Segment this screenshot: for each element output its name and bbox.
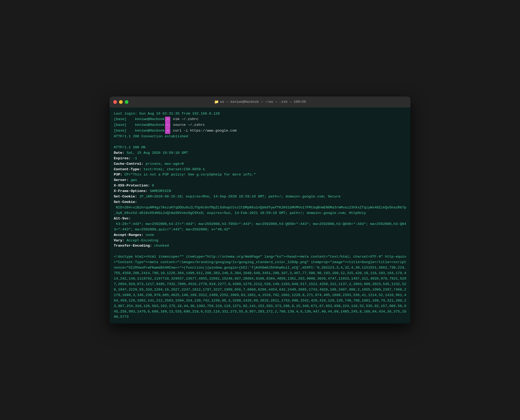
html-content-line: <!doctype html><html itemscope="" itemty…	[114, 254, 406, 320]
header-altsvc: Alt-Svc: h3-29=":443"; ma=2592000,h3-27=…	[114, 216, 406, 232]
header-cache: Cache-Control: private, max-age=0	[114, 161, 406, 167]
minimize-button[interactable]	[119, 100, 123, 104]
terminal-body[interactable]: Last login: Sun Aug 16 02:31:35 from 192…	[110, 107, 410, 324]
header-cookie2: Set-Cookie: NID=204=slBzhrquHM4gz7AszoKf…	[114, 200, 406, 216]
folder-icon: 📁	[214, 100, 219, 104]
prompt-badge-1: ~	[165, 117, 170, 122]
close-button[interactable]	[113, 100, 117, 104]
header-te: Transfer-Encoding: chunked	[114, 243, 406, 249]
header-p3p: P3P: CP="This is not a P3P policy! See g…	[114, 172, 406, 178]
header-server: Server: gws	[114, 178, 406, 183]
header-cookie1: Set-Cookie: 1P_JAR=2020-08-15-18; expire…	[114, 194, 406, 200]
http-ok-line: HTTP/1.1 200 OK	[114, 145, 406, 150]
prompt-badge-3: ~	[165, 128, 170, 134]
header-date: Date: Sat, 15 Aug 2020 18:59:10 GMT	[114, 150, 406, 156]
header-expires: Expires: -1	[114, 156, 406, 161]
login-line: Last login: Sun Aug 16 02:31:35 from 192…	[114, 111, 406, 117]
prompt-line-1: [base] keniwo@Hacbook ~ vim ~/.zshrc	[114, 117, 406, 122]
prompt-line-2: [base] keniwo@Hacbook ~ source ~/.zshrc	[114, 122, 406, 128]
maximize-button[interactable]	[125, 100, 128, 104]
header-content-type: Content-Type: text/html; charset=ISO-885…	[114, 167, 406, 172]
header-vary: Vary: Accept-Encoding	[114, 238, 406, 243]
header-accept: Accept-Ranges: none	[114, 232, 406, 238]
header-xss: X-XSS-Protection: 0	[114, 183, 406, 189]
titlebar: 📁 ws — keniwo@Hacbook — ~/ws — -zsh — 10…	[110, 97, 410, 107]
terminal-window: 📁 ws — keniwo@Hacbook — ~/ws — -zsh — 10…	[110, 97, 410, 324]
window-title: 📁 ws — keniwo@Hacbook — ~/ws — -zsh — 10…	[214, 100, 306, 104]
header-xframe: X-Frame-Options: SAMEORIGIN	[114, 189, 406, 194]
prompt-line-3: [base] keniwo@Hacbook ~ curl -i https://…	[114, 128, 406, 134]
prompt-badge-2: ~	[165, 122, 170, 128]
http-connect-line: HTTP/1.1 200 Connection established	[114, 134, 406, 139]
